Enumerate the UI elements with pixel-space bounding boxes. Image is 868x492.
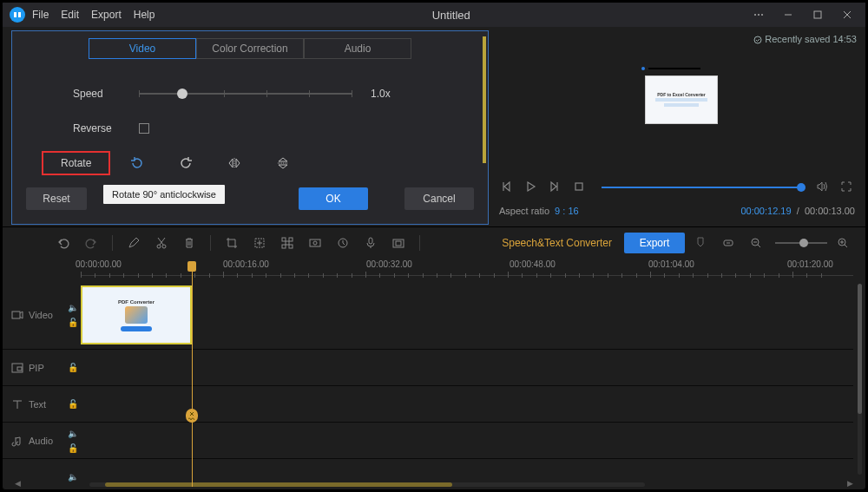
cut-icon[interactable] (149, 231, 174, 255)
svg-rect-20 (289, 245, 293, 248)
rotate-tooltip: Rotate 90° anticlockwise (103, 185, 225, 204)
window-title: Untitled (155, 9, 747, 22)
zoom-slider[interactable] (775, 242, 827, 244)
more-icon[interactable] (747, 6, 770, 23)
screenshot-icon[interactable] (386, 231, 411, 255)
svg-rect-26 (396, 241, 401, 246)
preview-pane: Recently saved 14:53 PDF to Excel Conver… (489, 27, 865, 226)
undo-icon[interactable] (51, 231, 76, 255)
lock-icon[interactable]: 🔓 (68, 318, 78, 327)
svg-rect-18 (289, 238, 293, 241)
add-icon[interactable] (247, 231, 272, 255)
track-video-head: Video (3, 280, 65, 349)
fullscreen-icon[interactable] (839, 180, 855, 195)
pip-track-icon (11, 362, 23, 374)
lock-icon[interactable]: 🔓 (68, 443, 78, 453)
play-icon[interactable] (523, 180, 539, 195)
lock-icon[interactable]: 🔓 (68, 363, 78, 372)
tab-video[interactable]: Video (89, 38, 196, 59)
svg-rect-21 (310, 239, 320, 246)
stop-icon[interactable] (572, 180, 588, 195)
crop-icon[interactable] (220, 231, 244, 255)
mosaic-icon[interactable] (275, 231, 299, 255)
svg-point-22 (313, 241, 317, 245)
saved-status: Recently saved 14:53 (753, 34, 857, 44)
reverse-label: Reverse (73, 122, 134, 134)
menu-file[interactable]: File (32, 9, 49, 21)
menu-edit[interactable]: Edit (61, 9, 79, 21)
ok-button[interactable]: OK (299, 187, 368, 210)
video-track-icon (11, 309, 23, 321)
mute-icon[interactable]: 🔈 (68, 303, 78, 312)
marker-icon[interactable] (688, 231, 713, 255)
svg-rect-6 (814, 11, 821, 18)
mute-icon[interactable]: 🔈 (68, 472, 78, 482)
app-logo-icon (10, 7, 25, 23)
tab-audio[interactable]: Audio (304, 38, 411, 59)
scroll-left-icon[interactable]: ◀ (15, 479, 21, 488)
menu-export[interactable]: Export (91, 9, 122, 21)
speed-label: Speed (73, 88, 134, 100)
rotate-cw-icon[interactable] (176, 154, 195, 173)
track-pip-head: PIP (3, 350, 65, 385)
svg-rect-30 (12, 312, 20, 318)
mic-icon[interactable] (358, 231, 383, 255)
timeline: 00:00:00.00 00:00:16.00 00:00:32.00 00:0… (3, 258, 865, 489)
svg-rect-1 (18, 12, 21, 17)
mute-icon[interactable]: 🔈 (68, 429, 78, 438)
tab-color-correction[interactable]: Color Correction (196, 38, 304, 59)
svg-rect-19 (282, 245, 286, 248)
redo-icon[interactable] (79, 231, 103, 255)
timeline-horizontal-scrollbar[interactable] (89, 482, 645, 487)
speech-text-converter[interactable]: Speech&Text Converter (502, 237, 612, 249)
rotate-label: Rotate (42, 151, 110, 175)
pen-icon[interactable] (122, 231, 146, 255)
svg-rect-16 (282, 238, 286, 241)
svg-rect-17 (286, 241, 289, 245)
playhead[interactable] (192, 261, 193, 487)
rotate-ccw-icon[interactable] (128, 154, 147, 173)
zoom-out-icon[interactable] (744, 231, 768, 255)
svg-point-9 (754, 36, 761, 43)
flip-vertical-icon[interactable] (273, 154, 293, 173)
aspect-ratio-value[interactable]: 9 : 16 (555, 206, 579, 216)
duration-icon[interactable] (331, 231, 355, 255)
track-text-head: Text (3, 386, 65, 422)
svg-point-2 (754, 14, 756, 16)
speed-value: 1.0x (371, 88, 391, 100)
close-icon[interactable] (836, 6, 858, 23)
frame-icon[interactable] (303, 231, 327, 255)
timeline-vertical-scrollbar[interactable] (858, 284, 862, 475)
video-settings-dialog: Video Color Correction Audio Speed 1.0x (11, 30, 489, 225)
volume-icon[interactable] (815, 180, 831, 195)
prev-frame-icon[interactable] (499, 180, 515, 195)
svg-point-3 (758, 14, 760, 16)
export-button[interactable]: Export (624, 233, 685, 253)
preview-progress[interactable] (602, 187, 801, 188)
lock-icon[interactable]: 🔓 (68, 399, 78, 409)
audio-track-icon (11, 435, 23, 447)
fit-icon[interactable] (716, 231, 740, 255)
reverse-checkbox[interactable] (139, 123, 149, 134)
cancel-button[interactable]: Cancel (404, 187, 474, 210)
reset-button[interactable]: Reset (26, 187, 87, 210)
svg-rect-24 (369, 238, 372, 244)
speed-slider[interactable] (139, 85, 352, 102)
menu-help[interactable]: Help (134, 9, 155, 21)
minimize-icon[interactable] (777, 6, 799, 23)
text-track-icon (11, 398, 23, 410)
scroll-right-icon[interactable]: ▶ (847, 479, 853, 488)
maximize-icon[interactable] (806, 6, 829, 23)
time-display: 00:00:12.19 / 00:00:13.00 (740, 206, 855, 216)
time-ruler[interactable]: 00:00:00.00 00:00:16.00 00:00:32.00 00:0… (81, 258, 853, 280)
video-clip[interactable]: PDF Converter (81, 285, 192, 344)
next-frame-icon[interactable] (548, 180, 563, 195)
track-audio-head: Audio (3, 423, 65, 458)
split-handle-icon[interactable] (186, 409, 198, 423)
zoom-in-icon[interactable] (831, 231, 855, 255)
preview-thumbnail: PDF to Excel Converter (645, 75, 718, 124)
aspect-ratio-label: Aspect ratio (499, 206, 549, 216)
delete-icon[interactable] (177, 231, 201, 255)
flip-horizontal-icon[interactable] (225, 154, 244, 173)
dialog-scrollbar[interactable] (483, 36, 486, 163)
